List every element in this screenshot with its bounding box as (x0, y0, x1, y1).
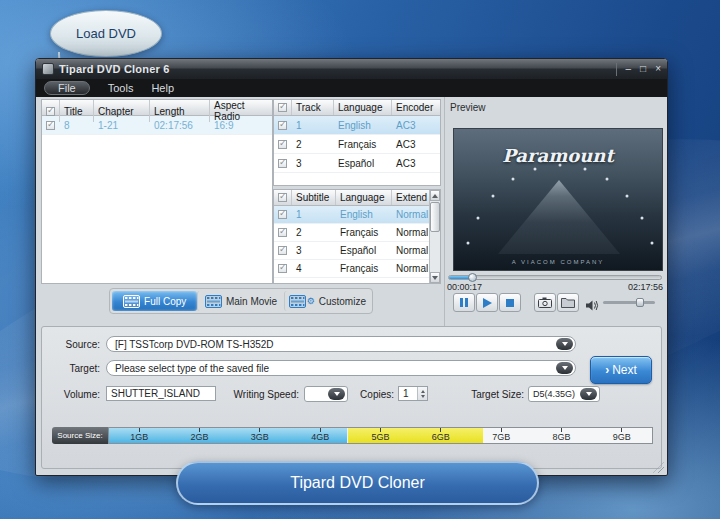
select-all-subtitles-checkbox[interactable] (278, 193, 287, 202)
full-copy-button[interactable]: Full Copy (112, 291, 197, 311)
next-button[interactable]: › Next (590, 356, 652, 384)
subtitle-row[interactable]: 2 Français Normal (274, 224, 440, 242)
caption-label: Tipard DVD Cloner (290, 474, 425, 492)
target-size-label: Target Size: (462, 389, 524, 400)
target-value: Please select type of the saved file (115, 363, 556, 374)
subtitle-row[interactable]: 4 Français Normal (274, 260, 440, 278)
track-row[interactable]: 3 Español AC3 (274, 154, 440, 173)
track-header-track: Track (292, 100, 334, 115)
cell-track: 2 (292, 135, 334, 153)
app-window: Tipard DVD Cloner 6 – □ × File Tools Hel… (35, 58, 668, 476)
subtitle-header-subtitle: Subtitle (292, 190, 336, 205)
track-checkbox-cell (274, 154, 292, 172)
pause-icon (460, 298, 468, 307)
customize-label: Customize (319, 296, 366, 307)
select-all-titles-checkbox[interactable] (46, 107, 55, 116)
caption-banner: Tipard DVD Cloner (176, 461, 539, 505)
current-time: 00:00:17 (447, 282, 482, 292)
minimize-button[interactable]: – (626, 64, 632, 74)
subtitle-row[interactable]: 3 Español Normal (274, 242, 440, 260)
seek-slider[interactable] (448, 275, 662, 280)
track-row[interactable]: 2 Français AC3 (274, 135, 440, 154)
subtitle-table-header: Subtitle Language Extend (274, 190, 440, 206)
dropdown-arrow-icon[interactable] (580, 388, 597, 400)
pause-button[interactable] (453, 293, 475, 312)
menu-tools[interactable]: Tools (108, 82, 134, 94)
scrollbar-thumb[interactable] (430, 202, 440, 232)
subtitle-checkbox[interactable] (278, 228, 287, 237)
volume-label: Volume: (48, 389, 100, 400)
cell-language: English (334, 116, 392, 134)
main-movie-button[interactable]: Main Movie (197, 291, 283, 311)
target-size-select[interactable]: D5(4.35G) (528, 386, 600, 402)
size-tick: 9GB (592, 428, 652, 443)
copies-value: 1 (399, 388, 417, 399)
title-row-checkbox[interactable] (46, 121, 55, 130)
dropdown-arrow-icon[interactable] (556, 362, 573, 374)
next-chevron-icon: › (605, 363, 609, 377)
maximize-button[interactable]: □ (640, 64, 646, 74)
writing-speed-select[interactable] (304, 386, 348, 402)
target-select[interactable]: Please select type of the saved file (106, 360, 576, 376)
timeline: 00:00:17 02:17:56 (446, 273, 664, 293)
volume-slider[interactable] (603, 301, 655, 304)
subtitle-scrollbar[interactable] (429, 190, 440, 283)
menu-help[interactable]: Help (151, 82, 174, 94)
folder-icon (561, 297, 575, 308)
title-table: Title Chapter Length Aspect Radio 8 1-21… (41, 99, 273, 284)
subtitle-row[interactable]: 1 English Normal (274, 206, 440, 224)
dropdown-arrow-icon[interactable] (556, 338, 573, 350)
stop-button[interactable] (499, 293, 521, 312)
customize-button[interactable]: ⚙ Customize (284, 291, 370, 311)
cell-track: 1 (292, 116, 334, 134)
scrollbar-up-icon[interactable] (430, 190, 440, 201)
snapshot-button[interactable] (534, 293, 556, 312)
next-label: Next (612, 363, 637, 377)
close-button[interactable]: × (655, 64, 661, 74)
track-row[interactable]: 1 English AC3 (274, 116, 440, 135)
track-header-checkbox-cell (274, 100, 292, 115)
play-button[interactable] (476, 293, 498, 312)
volume-icon[interactable] (586, 297, 599, 315)
title-table-header: Title Chapter Length Aspect Radio (42, 100, 272, 116)
copies-spinner[interactable]: 1 (398, 386, 428, 401)
subtitle-checkbox[interactable] (278, 264, 287, 273)
copies-label: Copies: (354, 389, 394, 400)
track-checkbox[interactable] (278, 159, 287, 168)
open-folder-button[interactable] (557, 293, 579, 312)
window-title: Tipard DVD Cloner 6 (59, 63, 170, 75)
spinner-arrows-icon[interactable] (417, 387, 427, 400)
volume-name-field[interactable] (106, 386, 216, 401)
subtitle-checkbox[interactable] (278, 210, 287, 219)
track-checkbox[interactable] (278, 121, 287, 130)
load-dvd-callout-label: Load DVD (76, 26, 136, 41)
scrollbar-down-icon[interactable] (430, 272, 440, 283)
gear-icon: ⚙ (307, 296, 315, 306)
size-tick: 2GB (169, 428, 229, 443)
title-row-checkbox-cell (42, 116, 60, 134)
cell-aspect: 16:9 (210, 116, 272, 134)
cell-subtitle: 3 (292, 242, 336, 259)
filmstrip-icon (289, 295, 306, 308)
source-select[interactable]: [F] TSSTcorp DVD-ROM TS-H352D (106, 336, 576, 352)
cell-language: Español (336, 242, 392, 259)
window-controls: – □ × (616, 63, 661, 76)
dropdown-arrow-icon[interactable] (328, 388, 345, 400)
app-icon (42, 63, 54, 75)
subtitle-checkbox-cell (274, 260, 292, 277)
subtitle-checkbox[interactable] (278, 246, 287, 255)
track-checkbox[interactable] (278, 140, 287, 149)
subtitle-checkbox-cell (274, 242, 292, 259)
menu-file[interactable]: File (44, 81, 90, 95)
cell-chapter: 1-21 (94, 116, 150, 134)
size-tick: 4GB (290, 428, 350, 443)
select-all-tracks-checkbox[interactable] (278, 103, 287, 112)
title-row[interactable]: 8 1-21 02:17:56 16:9 (42, 116, 272, 135)
track-table-header: Track Language Encoder (274, 100, 440, 116)
subtitle-header-checkbox-cell (274, 190, 292, 205)
cell-language: English (336, 206, 392, 223)
titlebar[interactable]: Tipard DVD Cloner 6 – □ × (36, 59, 667, 79)
mountain-graphic (498, 180, 620, 254)
filmstrip-icon (205, 295, 222, 308)
volume-thumb[interactable] (636, 298, 644, 307)
